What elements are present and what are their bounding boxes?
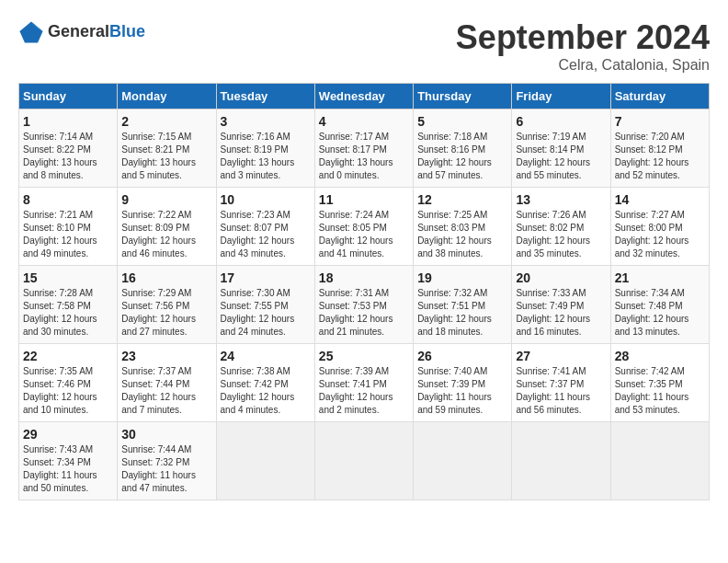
day-number: 26 [417, 349, 507, 363]
day-info: Sunrise: 7:35 AMSunset: 7:46 PMDaylight:… [23, 365, 113, 417]
day-number: 18 [319, 270, 409, 285]
day-info: Sunrise: 7:27 AMSunset: 8:00 PMDaylight:… [615, 209, 705, 260]
day-number: 29 [23, 427, 113, 442]
day-number: 17 [221, 270, 311, 285]
day-info: Sunrise: 7:15 AMSunset: 8:21 PMDaylight:… [121, 131, 211, 182]
header-wednesday: Wednesday [314, 84, 413, 109]
week-row-3: 15Sunrise: 7:28 AMSunset: 7:58 PMDayligh… [19, 266, 710, 344]
day-info: Sunrise: 7:30 AMSunset: 7:55 PMDaylight:… [221, 287, 311, 339]
day-number: 21 [615, 270, 705, 285]
header-thursday: Thursday [414, 84, 512, 109]
calendar-table: SundayMondayTuesdayWednesdayThursdayFrid… [18, 83, 710, 500]
day-cell-19: 19Sunrise: 7:32 AMSunset: 7:51 PMDayligh… [414, 266, 512, 344]
day-number: 15 [23, 270, 113, 285]
day-cell-13: 13Sunrise: 7:26 AMSunset: 8:02 PMDayligh… [512, 188, 610, 266]
day-info: Sunrise: 7:22 AMSunset: 8:09 PMDaylight:… [121, 209, 211, 260]
header-sunday: Sunday [19, 84, 118, 109]
day-info: Sunrise: 7:42 AMSunset: 7:35 PMDaylight:… [615, 365, 705, 417]
day-number: 6 [516, 114, 606, 129]
header-friday: Friday [512, 84, 610, 109]
day-info: Sunrise: 7:37 AMSunset: 7:44 PMDaylight:… [121, 365, 211, 417]
day-number: 1 [23, 114, 113, 129]
day-number: 14 [615, 192, 705, 207]
day-number: 3 [221, 114, 311, 129]
day-cell-1: 1Sunrise: 7:14 AMSunset: 8:22 PMDaylight… [19, 109, 118, 188]
day-number: 19 [417, 270, 507, 285]
day-cell-8: 8Sunrise: 7:21 AMSunset: 8:10 PMDaylight… [19, 188, 118, 266]
day-number: 11 [319, 192, 409, 207]
day-number: 13 [516, 192, 606, 207]
logo-icon [18, 18, 44, 44]
day-number: 10 [221, 192, 311, 207]
day-cell-22: 22Sunrise: 7:35 AMSunset: 7:46 PMDayligh… [19, 344, 118, 422]
day-info: Sunrise: 7:29 AMSunset: 7:56 PMDaylight:… [121, 287, 211, 339]
header-monday: Monday [118, 84, 216, 109]
day-cell-empty [414, 422, 512, 500]
day-cell-16: 16Sunrise: 7:29 AMSunset: 7:56 PMDayligh… [118, 266, 216, 344]
day-cell-24: 24Sunrise: 7:38 AMSunset: 7:42 PMDayligh… [216, 344, 314, 422]
day-cell-14: 14Sunrise: 7:27 AMSunset: 8:00 PMDayligh… [610, 188, 709, 266]
day-info: Sunrise: 7:23 AMSunset: 8:07 PMDaylight:… [221, 209, 311, 260]
day-info: Sunrise: 7:41 AMSunset: 7:37 PMDaylight:… [516, 365, 606, 417]
location-title: Celra, Catalonia, Spain [456, 57, 710, 74]
day-cell-11: 11Sunrise: 7:24 AMSunset: 8:05 PMDayligh… [314, 188, 413, 266]
day-info: Sunrise: 7:17 AMSunset: 8:17 PMDaylight:… [319, 131, 409, 182]
day-number: 30 [121, 427, 211, 442]
day-cell-10: 10Sunrise: 7:23 AMSunset: 8:07 PMDayligh… [216, 188, 314, 266]
day-info: Sunrise: 7:43 AMSunset: 7:34 PMDaylight:… [23, 443, 113, 495]
day-cell-9: 9Sunrise: 7:22 AMSunset: 8:09 PMDaylight… [118, 188, 216, 266]
day-info: Sunrise: 7:19 AMSunset: 8:14 PMDaylight:… [516, 131, 606, 182]
day-cell-30: 30Sunrise: 7:44 AMSunset: 7:32 PMDayligh… [118, 422, 216, 500]
day-number: 4 [319, 114, 409, 129]
month-title: September 2024 [456, 18, 710, 57]
title-area: September 2024 Celra, Catalonia, Spain [456, 18, 710, 74]
svg-marker-0 [19, 22, 42, 43]
day-cell-20: 20Sunrise: 7:33 AMSunset: 7:49 PMDayligh… [512, 266, 610, 344]
day-cell-25: 25Sunrise: 7:39 AMSunset: 7:41 PMDayligh… [314, 344, 413, 422]
day-number: 7 [615, 114, 705, 129]
day-number: 16 [121, 270, 211, 285]
day-cell-26: 26Sunrise: 7:40 AMSunset: 7:39 PMDayligh… [414, 344, 512, 422]
day-cell-23: 23Sunrise: 7:37 AMSunset: 7:44 PMDayligh… [118, 344, 216, 422]
header-row: SundayMondayTuesdayWednesdayThursdayFrid… [19, 84, 710, 109]
day-cell-7: 7Sunrise: 7:20 AMSunset: 8:12 PMDaylight… [610, 109, 709, 188]
header: GeneralBlue September 2024 Celra, Catalo… [18, 18, 710, 74]
header-tuesday: Tuesday [216, 84, 314, 109]
day-info: Sunrise: 7:44 AMSunset: 7:32 PMDaylight:… [121, 443, 211, 495]
day-number: 5 [417, 114, 507, 129]
logo-blue: Blue [109, 22, 145, 40]
logo-general: General [48, 22, 109, 40]
day-info: Sunrise: 7:20 AMSunset: 8:12 PMDaylight:… [615, 131, 705, 182]
day-number: 20 [516, 270, 606, 285]
day-info: Sunrise: 7:39 AMSunset: 7:41 PMDaylight:… [319, 365, 409, 417]
day-number: 27 [516, 349, 606, 363]
day-number: 22 [23, 349, 113, 363]
day-number: 9 [121, 192, 211, 207]
day-info: Sunrise: 7:31 AMSunset: 7:53 PMDaylight:… [319, 287, 409, 339]
day-info: Sunrise: 7:38 AMSunset: 7:42 PMDaylight:… [221, 365, 311, 417]
day-info: Sunrise: 7:14 AMSunset: 8:22 PMDaylight:… [23, 131, 113, 182]
day-cell-18: 18Sunrise: 7:31 AMSunset: 7:53 PMDayligh… [314, 266, 413, 344]
day-cell-29: 29Sunrise: 7:43 AMSunset: 7:34 PMDayligh… [19, 422, 118, 500]
day-cell-3: 3Sunrise: 7:16 AMSunset: 8:19 PMDaylight… [216, 109, 314, 188]
day-info: Sunrise: 7:33 AMSunset: 7:49 PMDaylight:… [516, 287, 606, 339]
day-cell-12: 12Sunrise: 7:25 AMSunset: 8:03 PMDayligh… [414, 188, 512, 266]
week-row-2: 8Sunrise: 7:21 AMSunset: 8:10 PMDaylight… [19, 188, 710, 266]
day-number: 24 [221, 349, 311, 363]
day-number: 12 [417, 192, 507, 207]
week-row-5: 29Sunrise: 7:43 AMSunset: 7:34 PMDayligh… [19, 422, 710, 500]
day-cell-6: 6Sunrise: 7:19 AMSunset: 8:14 PMDaylight… [512, 109, 610, 188]
day-number: 2 [121, 114, 211, 129]
week-row-1: 1Sunrise: 7:14 AMSunset: 8:22 PMDaylight… [19, 109, 710, 188]
day-number: 23 [121, 349, 211, 363]
day-cell-28: 28Sunrise: 7:42 AMSunset: 7:35 PMDayligh… [610, 344, 709, 422]
day-cell-5: 5Sunrise: 7:18 AMSunset: 8:16 PMDaylight… [414, 109, 512, 188]
day-cell-27: 27Sunrise: 7:41 AMSunset: 7:37 PMDayligh… [512, 344, 610, 422]
week-row-4: 22Sunrise: 7:35 AMSunset: 7:46 PMDayligh… [19, 344, 710, 422]
header-saturday: Saturday [610, 84, 709, 109]
day-info: Sunrise: 7:28 AMSunset: 7:58 PMDaylight:… [23, 287, 113, 339]
day-cell-empty [610, 422, 709, 500]
day-cell-2: 2Sunrise: 7:15 AMSunset: 8:21 PMDaylight… [118, 109, 216, 188]
day-number: 28 [615, 349, 705, 363]
day-info: Sunrise: 7:18 AMSunset: 8:16 PMDaylight:… [417, 131, 507, 182]
